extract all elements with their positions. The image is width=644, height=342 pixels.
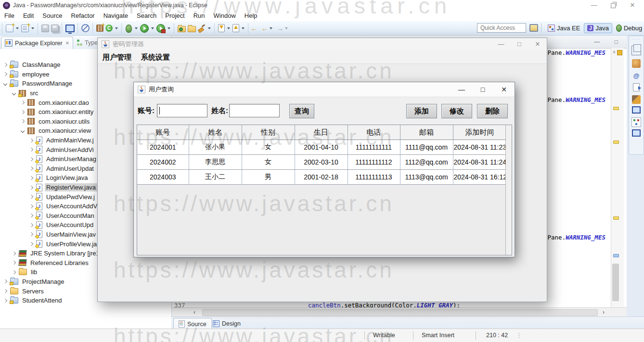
warning-marker[interactable] xyxy=(613,216,619,220)
chevron-right-icon[interactable] xyxy=(29,176,33,180)
new-java-class-icon[interactable] xyxy=(96,25,103,32)
col-header-phone[interactable]: 电话 xyxy=(348,125,400,140)
drag-handle-icon[interactable]: ···· xyxy=(629,36,644,42)
chevron-right-icon[interactable] xyxy=(12,251,16,255)
menu-help[interactable]: Help xyxy=(240,11,262,21)
editor-maximize-button[interactable]: □ xyxy=(615,38,618,45)
new-java-project-icon[interactable] xyxy=(21,25,29,32)
save-all-icon[interactable] xyxy=(51,25,59,32)
chevron-right-icon[interactable] xyxy=(29,232,33,236)
open-type-folder-icon[interactable] xyxy=(178,26,186,32)
cell-gender[interactable]: 女 xyxy=(242,155,295,170)
chevron-down-icon[interactable] xyxy=(12,91,16,95)
chevron-right-icon[interactable] xyxy=(29,214,33,217)
forward-icon[interactable]: → xyxy=(277,24,283,33)
table-row[interactable]: 2024003 王小二 男 2001-02-18 11111111113 111… xyxy=(137,170,506,185)
cell-addtime[interactable]: 2024-08-31 16:12... xyxy=(453,170,506,185)
hierarchy-view-icon[interactable] xyxy=(631,117,641,127)
dialog-titlebar[interactable]: 用户查询 — □ ✕ xyxy=(134,82,515,97)
cell-account[interactable]: 2024003 xyxy=(137,170,189,185)
menu-window[interactable]: Window xyxy=(209,11,240,21)
chevron-right-icon[interactable] xyxy=(3,63,7,67)
dialog-maximize-button[interactable]: □ xyxy=(472,82,493,97)
col-header-addtime[interactable]: 添加时间 xyxy=(453,125,506,140)
chevron-right-icon[interactable] xyxy=(3,289,7,293)
menu-project[interactable]: Project xyxy=(161,11,189,21)
account-input[interactable] xyxy=(157,104,207,117)
app-titlebar[interactable]: 密码管理器 — □ ✕ xyxy=(98,38,547,51)
name-input[interactable] xyxy=(229,104,280,117)
col-header-email[interactable]: 邮箱 xyxy=(400,125,453,140)
close-button[interactable]: ✕ xyxy=(623,0,642,11)
scroll-right-icon[interactable]: › xyxy=(603,308,605,316)
open-perspective-icon[interactable] xyxy=(529,24,538,32)
table-vertical-scrollbar[interactable] xyxy=(505,125,512,255)
scroll-left-icon[interactable]: ‹ xyxy=(193,308,195,316)
col-header-birthday[interactable]: 生日 xyxy=(295,125,348,140)
chevron-right-icon[interactable] xyxy=(12,261,16,265)
cell-birthday[interactable]: 2001-04-10 xyxy=(295,140,348,155)
chevron-right-icon[interactable] xyxy=(12,270,16,274)
chevron-right-icon[interactable] xyxy=(29,157,33,161)
chevron-right-icon[interactable] xyxy=(29,223,33,227)
cell-email[interactable]: 1111@qq.com xyxy=(400,140,453,155)
restore-button[interactable] xyxy=(604,0,623,11)
perspective-debug[interactable]: Debug xyxy=(613,24,644,33)
console-monitor-icon[interactable] xyxy=(65,25,75,32)
external-tools-dropdown-icon[interactable] xyxy=(167,27,170,29)
open-folder-icon[interactable] xyxy=(188,26,196,32)
chevron-right-icon[interactable] xyxy=(29,204,33,208)
run-icon[interactable] xyxy=(140,24,149,33)
new-wizard-icon[interactable] xyxy=(6,25,13,32)
warning-marker[interactable] xyxy=(613,140,619,144)
warning-marker[interactable] xyxy=(613,107,619,110)
menu-source[interactable]: Source xyxy=(38,11,66,21)
terminal-view-icon[interactable] xyxy=(632,129,641,137)
format-brush-icon[interactable] xyxy=(198,25,206,32)
chevron-right-icon[interactable] xyxy=(29,185,33,189)
horizontal-scrollbar-thumb[interactable] xyxy=(202,309,598,316)
export-dropdown-icon[interactable] xyxy=(242,27,245,29)
chevron-right-icon[interactable] xyxy=(29,166,33,170)
chevron-right-icon[interactable] xyxy=(29,195,33,199)
col-header-gender[interactable]: 性别 xyxy=(242,125,295,140)
menu-navigate[interactable]: Navigate xyxy=(99,11,132,21)
cell-account[interactable]: 2024001 xyxy=(137,140,189,155)
chevron-right-icon[interactable] xyxy=(21,110,25,114)
restore-view-icon[interactable] xyxy=(631,46,641,55)
javadoc-icon[interactable]: @ xyxy=(632,72,641,80)
menu-system-settings[interactable]: 系统设置 xyxy=(136,51,175,63)
delete-button[interactable]: 删除 xyxy=(477,104,508,118)
debug-icon[interactable] xyxy=(126,25,132,33)
cell-name[interactable]: 王小二 xyxy=(189,170,242,185)
skip-breakpoints-icon[interactable] xyxy=(81,24,90,32)
chevron-down-icon[interactable] xyxy=(3,82,7,86)
cell-phone[interactable]: 11111111112 xyxy=(348,155,400,170)
chevron-right-icon[interactable] xyxy=(3,279,7,283)
console-view-icon[interactable] xyxy=(632,106,641,114)
coverage-dropdown-icon[interactable] xyxy=(115,27,118,29)
tab-design[interactable]: Design xyxy=(208,318,245,329)
menu-refactor[interactable]: Refactor xyxy=(67,11,99,21)
app-minimize-button[interactable]: — xyxy=(492,38,510,51)
paintbrush-icon[interactable] xyxy=(632,95,641,104)
perspective-java[interactable]: JJava xyxy=(584,23,612,33)
menu-user-manage[interactable]: 用户管理 xyxy=(98,51,136,63)
back-dropdown-icon[interactable] xyxy=(270,27,272,29)
menu-edit[interactable]: Edit xyxy=(19,11,38,21)
menu-run[interactable]: Run xyxy=(189,11,209,21)
scroll-up-icon[interactable]: ∧ xyxy=(613,49,616,54)
table-row[interactable]: 2024002 李思思 女 2002-03-10 11111111112 111… xyxy=(137,155,506,170)
col-header-account[interactable]: 账号 xyxy=(137,125,189,140)
chevron-right-icon[interactable] xyxy=(29,148,33,152)
chevron-right-icon[interactable] xyxy=(29,242,33,246)
debug-dropdown-icon[interactable] xyxy=(135,27,138,29)
run-dropdown-icon[interactable] xyxy=(151,27,154,29)
editor-scrollbar-thumb[interactable] xyxy=(612,264,619,301)
cell-phone[interactable]: 11111111111 xyxy=(348,140,400,155)
format-dropdown-icon[interactable] xyxy=(208,27,211,29)
chevron-right-icon[interactable] xyxy=(21,119,25,123)
declaration-icon[interactable] xyxy=(633,83,640,91)
import-icon[interactable] xyxy=(218,24,225,32)
tab-package-explorer[interactable]: Package Explorer ✕ xyxy=(1,37,73,49)
